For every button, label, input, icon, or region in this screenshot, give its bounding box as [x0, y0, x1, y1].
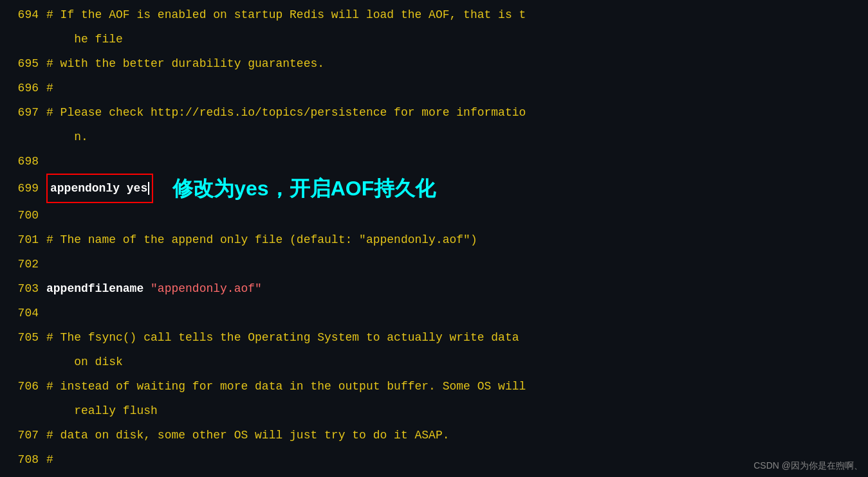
code-line-709: 709 # Redis supports three different mod…	[0, 472, 868, 477]
line-content-707: # data on disk, some other OS will just …	[46, 423, 868, 447]
line-number-705: 705	[0, 325, 46, 350]
line-number-708: 708	[0, 447, 46, 472]
line-number-697: 697	[0, 100, 46, 125]
line-699-wrapper: appendonly yes 修改为yes，开启AOF持久化	[46, 174, 868, 203]
appendfilename-value: "appendonly.aof"	[151, 282, 262, 295]
line-content-695: # with the better durability guarantees.	[46, 51, 868, 76]
code-line-704: 704	[0, 301, 868, 325]
code-viewer: 694 # If the AOF is enabled on startup R…	[0, 0, 868, 477]
line-content-708: #	[46, 447, 868, 472]
line-number-704: 704	[0, 301, 46, 325]
line-number-702: 702	[0, 252, 46, 276]
code-line-699: 699 appendonly yes 修改为yes，开启AOF持久化	[0, 174, 868, 203]
line-number-709: 709	[0, 472, 46, 477]
line-number-703: 703	[0, 276, 46, 301]
line-number-698: 698	[0, 149, 46, 174]
code-line-708: 708 #	[0, 447, 868, 472]
code-line-694: 694 # If the AOF is enabled on startup R…	[0, 3, 868, 51]
appendonly-command: appendonly yes	[46, 174, 153, 203]
line-content-706: # instead of waiting for more data in th…	[46, 374, 868, 423]
line-number-696: 696	[0, 76, 46, 100]
line-content-701: # The name of the append only file (defa…	[46, 228, 868, 252]
line-content-694: # If the AOF is enabled on startup Redis…	[46, 3, 868, 51]
line-content-705: # The fsync() call tells the Operating S…	[46, 325, 868, 374]
annotation-text: 修改为yes，开启AOF持久化	[172, 176, 436, 201]
line-content-709: # Redis supports three different modes:	[46, 472, 868, 477]
line-number-701: 701	[0, 228, 46, 252]
code-line-706: 706 # instead of waiting for more data i…	[0, 374, 868, 423]
code-line-705: 705 # The fsync() call tells the Operati…	[0, 325, 868, 374]
code-line-701: 701 # The name of the append only file (…	[0, 228, 868, 252]
line-content-697: # Please check http://redis.io/topics/pe…	[46, 100, 868, 149]
line-content-696: #	[46, 76, 868, 100]
code-line-703: 703 appendfilename "appendonly.aof"	[0, 276, 868, 301]
line-content-703: appendfilename "appendonly.aof"	[46, 276, 868, 301]
code-line-697: 697 # Please check http://redis.io/topic…	[0, 100, 868, 149]
appendfilename-keyword: appendfilename	[46, 282, 151, 295]
code-line-707: 707 # data on disk, some other OS will j…	[0, 423, 868, 447]
line-number-700: 700	[0, 203, 46, 228]
code-line-702: 702	[0, 252, 868, 276]
line-number-707: 707	[0, 423, 46, 447]
code-line-700: 700	[0, 203, 868, 228]
watermark: CSDN @因为你是在煦啊、	[753, 460, 863, 472]
code-line-695: 695 # with the better durability guarant…	[0, 51, 868, 76]
code-line-696: 696 #	[0, 76, 868, 100]
line-number-694: 694	[0, 3, 46, 27]
line-number-706: 706	[0, 374, 46, 399]
code-line-698: 698	[0, 149, 868, 174]
line-number-695: 695	[0, 51, 46, 76]
line-number-699: 699	[0, 176, 46, 201]
